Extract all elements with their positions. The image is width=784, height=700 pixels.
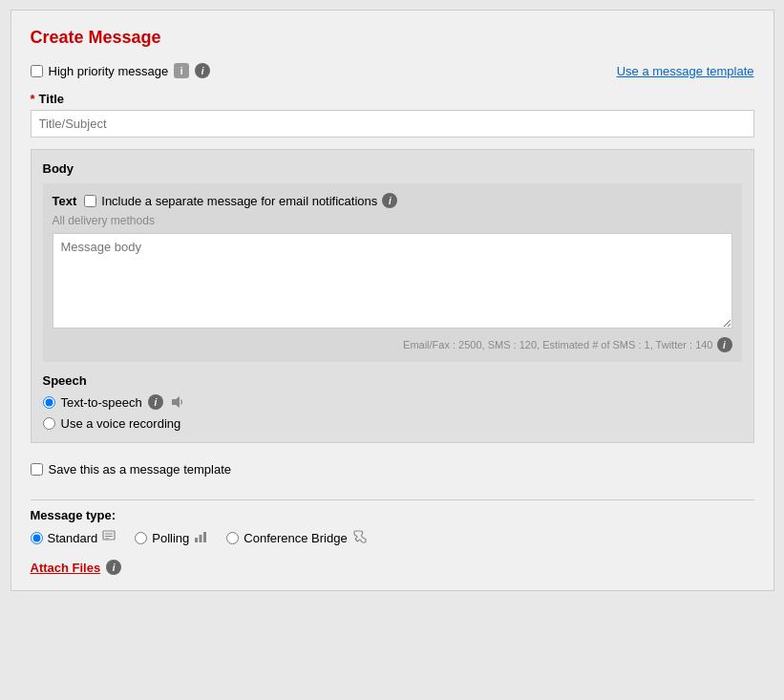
polling-label: Polling [152, 531, 189, 545]
char-count-info[interactable]: i [717, 337, 732, 352]
voice-recording-radio-item: Use a voice recording [43, 416, 742, 431]
email-notification-label: Include a separate message for email not… [101, 194, 377, 208]
phone-icon [352, 530, 368, 546]
attach-info-circle[interactable]: i [106, 560, 121, 575]
top-row: High priority message i i Use a message … [31, 63, 754, 78]
svg-marker-0 [172, 396, 180, 408]
title-field-group: * Title [31, 92, 754, 138]
message-type-polling: Polling [135, 530, 207, 546]
body-label: Body [43, 161, 742, 176]
message-type-section: Message type: Standard Polling [31, 508, 754, 546]
priority-info-circle[interactable]: i [195, 63, 210, 78]
page-title: Create Message [31, 28, 754, 48]
required-star: * [31, 92, 35, 106]
message-type-label: Message type: [31, 508, 754, 522]
char-count-row: Email/Fax : 2500, SMS : 120, Estimated #… [53, 337, 732, 352]
high-priority-checkbox[interactable] [31, 65, 43, 77]
priority-label: High priority message [49, 64, 169, 78]
attach-files-link[interactable]: Attach Files [31, 561, 101, 575]
divider [31, 499, 754, 500]
speech-label: Speech [43, 373, 742, 388]
attach-row: Attach Files i [31, 560, 754, 575]
email-info-circle[interactable]: i [382, 193, 397, 208]
message-body-textarea[interactable] [53, 233, 732, 329]
delivery-label: All delivery methods [53, 214, 732, 227]
message-type-options: Standard Polling [31, 530, 754, 546]
text-header: Text Include a separate message for emai… [53, 193, 732, 208]
speech-radio-group: Text-to-speech i Use a voice recording [43, 393, 742, 431]
sound-icon[interactable] [169, 393, 186, 411]
title-input[interactable] [31, 110, 754, 138]
voice-recording-label: Use a voice recording [61, 416, 181, 431]
use-template-link[interactable]: Use a message template [617, 64, 754, 78]
svg-rect-5 [195, 538, 198, 542]
message-type-standard: Standard [31, 530, 117, 546]
body-section: Body Text Include a separate message for… [31, 149, 754, 443]
voice-recording-radio[interactable] [43, 417, 55, 430]
save-template-row: Save this as a message template [31, 455, 754, 484]
svg-rect-6 [200, 535, 202, 542]
priority-section: High priority message i i [31, 63, 211, 78]
standard-icon [102, 530, 116, 546]
standard-radio[interactable] [31, 532, 43, 544]
tts-radio-item: Text-to-speech i [43, 393, 742, 411]
title-label: * Title [31, 92, 754, 106]
polling-radio[interactable] [135, 532, 147, 544]
message-type-conference: Conference Bridge [226, 530, 367, 546]
tts-radio[interactable] [43, 396, 55, 409]
save-template-label: Save this as a message template [49, 462, 232, 477]
create-message-container: Create Message High priority message i i… [11, 10, 774, 591]
polling-icon [194, 530, 207, 546]
text-label: Text [53, 194, 77, 208]
char-count-text: Email/Fax : 2500, SMS : 120, Estimated #… [403, 339, 712, 350]
speech-section: Speech Text-to-speech i Use a voice [43, 373, 742, 431]
svg-rect-7 [203, 532, 206, 542]
conference-label: Conference Bridge [244, 531, 347, 545]
email-checkbox-group: Include a separate message for email not… [84, 193, 397, 208]
tts-info-circle[interactable]: i [148, 394, 163, 410]
priority-info-badge[interactable]: i [174, 63, 189, 78]
conference-radio[interactable] [226, 532, 239, 544]
tts-label: Text-to-speech [61, 395, 142, 410]
save-template-checkbox[interactable] [31, 463, 43, 476]
standard-label: Standard [48, 531, 98, 545]
text-section: Text Include a separate message for emai… [43, 183, 742, 362]
email-notification-checkbox[interactable] [84, 195, 96, 207]
